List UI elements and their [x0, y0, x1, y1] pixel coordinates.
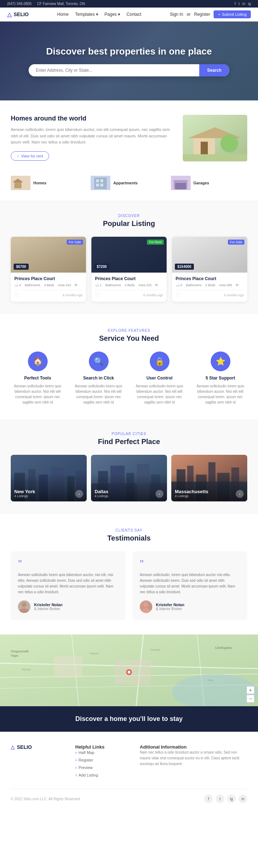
nav-or: or [187, 12, 191, 17]
favorite-button-2[interactable]: ♡ [95, 292, 100, 298]
author-name-1: Kristofer Nolan [34, 603, 62, 607]
listing-time-2: 6 months Ago [143, 293, 163, 297]
services-header: Explore Features Service You Need [11, 329, 247, 343]
nav-home[interactable]: Home [57, 12, 69, 17]
facebook-icon[interactable]: f [235, 2, 236, 6]
listing-footer-3: ♡ 6 months Ago [176, 290, 244, 298]
hero-title: Discover best properties in one place [46, 46, 212, 57]
listing-img-3: $154000 For Sale [172, 237, 247, 273]
status-badge-1: For Sale [67, 240, 83, 245]
helpful-links-title: Helpful Links [75, 744, 129, 750]
footer-link-register[interactable]: Register [75, 757, 129, 763]
top-bar-left: (647) 346-0805 CF Fairview Mall, Toronto… [7, 2, 85, 6]
testimonial-text-2: Aenean sollicitudin, lorem quis bibendum… [140, 572, 240, 595]
submit-listing-button[interactable]: + Submit Listing [214, 10, 251, 18]
garages-thumbnail[interactable]: Garages [171, 176, 247, 190]
nav-right: Sign In or Register + Submit Listing [170, 10, 251, 18]
find-place-section: Popular Cities Find Perfect Place [0, 419, 258, 514]
nav-templates[interactable]: Templates ▾ [75, 12, 98, 17]
listing-time-3: 6 months Ago [224, 293, 244, 297]
services-section: Explore Features Service You Need 🏠 Perf… [0, 314, 258, 419]
status-badge-2: For Rent [147, 240, 164, 245]
favorite-button-3[interactable]: ♡ [176, 292, 180, 298]
linkedin-icon[interactable]: in [242, 2, 245, 6]
nav-register[interactable]: Register [194, 12, 210, 17]
homes-thumb-label: Homes [33, 181, 47, 185]
footer-link-addlisting[interactable]: Add Listing [75, 772, 129, 778]
nav-signin[interactable]: Sign In [170, 12, 183, 17]
massachusetts-arrow[interactable]: › [236, 490, 244, 498]
nav-pages[interactable]: Pages ▾ [105, 12, 120, 17]
homes-thumbnail[interactable]: Homes [11, 176, 87, 190]
services-badge: Explore Features [11, 329, 247, 332]
logo[interactable]: △ SELIO [7, 11, 29, 18]
listing-footer-2: ♡ 6 months Ago [95, 290, 163, 298]
listing-body-2: Princes Place Court 🛁 1 Bathrooms 3 Beds… [91, 273, 167, 302]
twitter-icon[interactable]: t [239, 2, 240, 6]
cities-grid: New York 4 Listings › Dalla [11, 455, 247, 501]
author-details-2: Kristofer Nolan & Interior Broker [156, 603, 184, 611]
logo-icon: △ [7, 11, 11, 18]
author-role-2: & Interior Broker [156, 607, 184, 611]
dallas-count: 4 Listings [95, 494, 163, 498]
zoom-in-button[interactable]: + [247, 686, 254, 694]
city-card-massachusetts[interactable]: Massachusetts 4 Listings › [171, 455, 247, 501]
svg-point-66 [128, 671, 130, 674]
footer-logo: △ SELIO [11, 744, 64, 750]
listing-meta-3: 🛁 5 Bathrooms 2 Beds Area 385 ft² [176, 283, 244, 287]
cta-text: Discover a home you'll love to stay [7, 715, 251, 723]
listing-title: Popular Listing [11, 220, 247, 228]
homes-thumb-img [11, 176, 30, 190]
zoom-out-button[interactable]: − [247, 695, 254, 703]
footer-linkedin-icon[interactable]: in [239, 794, 247, 803]
beds-1: 3 Beds [44, 283, 54, 287]
service-desc-3: Aenean sollicitudin lorem quis bibendum … [133, 383, 186, 405]
price-badge-1: $6700 [14, 264, 29, 270]
massachusetts-name: Massachusetts [175, 489, 244, 494]
baths-1: 🛁 4 Bathrooms [14, 283, 40, 287]
service-title-1: Perfect Tools [11, 376, 64, 381]
service-card-1: 🏠 Perfect Tools Aenean sollicitudin lore… [11, 352, 64, 405]
listing-grid: $6700 For Sale Princes Place Court 🛁 4 B… [11, 237, 247, 302]
author-avatar-2 [140, 600, 152, 613]
newyork-count: 4 Listings [14, 494, 83, 498]
service-card-3: 🔒 User Control Aenean sollicitudin lorem… [133, 352, 186, 405]
footer-link-preview[interactable]: Preview [75, 765, 129, 770]
search-bar: Search [29, 64, 229, 76]
home-img-placeholder [183, 115, 247, 161]
area-1: Area 163 ft² [58, 283, 77, 287]
perfect-tools-icon: 🏠 [28, 352, 48, 371]
quote-icon-1: " [18, 558, 118, 569]
search-button[interactable]: Search [199, 64, 229, 76]
search-click-icon: 🔍 [89, 352, 109, 371]
svg-rect-13 [96, 184, 99, 187]
footer-instagram-icon[interactable]: ig [227, 794, 236, 803]
price-badge-3: $154000 [175, 264, 194, 270]
footer-facebook-icon[interactable]: f [204, 794, 213, 803]
apt-thumb-img [91, 176, 110, 190]
footer-twitter-icon[interactable]: t [216, 794, 224, 803]
testimonial-author-2: Kristofer Nolan & Interior Broker [140, 600, 240, 613]
apartments-thumbnail[interactable]: Appartments [91, 176, 167, 190]
dallas-arrow[interactable]: › [156, 490, 163, 498]
newyork-arrow[interactable]: › [75, 490, 83, 498]
favorite-button-1[interactable]: ♡ [14, 292, 19, 298]
quote-icon-2: " [140, 558, 240, 569]
baths-3: 🛁 5 Bathrooms [176, 283, 202, 287]
footer-link-halfmap[interactable]: Half Map [75, 750, 129, 755]
search-input[interactable] [29, 64, 199, 76]
city-card-newyork[interactable]: New York 4 Listings › [11, 455, 87, 501]
nav-contact[interactable]: Contact [126, 12, 141, 17]
footer-additional: Aditional Information Nam nec tellus a o… [140, 744, 247, 780]
view-for-rent-button[interactable]: ○ View for rent [11, 151, 49, 161]
homes-title: Homes around the world [11, 115, 172, 122]
city-card-dallas[interactable]: Dallas 4 Listings › [91, 455, 167, 501]
area-3: Area 385 ft² [219, 283, 239, 287]
plus-icon: + [218, 12, 220, 16]
listing-time-1: 6 months Ago [63, 293, 82, 297]
listing-card-2: $7200 For Rent Princes Place Court 🛁 1 B… [91, 237, 167, 302]
instagram-icon[interactable]: ig [248, 2, 251, 6]
hero-background [0, 22, 258, 100]
testimonials-title: Testimonials [11, 534, 247, 542]
listing-card-3: $154000 For Sale Princes Place Court 🛁 5… [172, 237, 247, 302]
